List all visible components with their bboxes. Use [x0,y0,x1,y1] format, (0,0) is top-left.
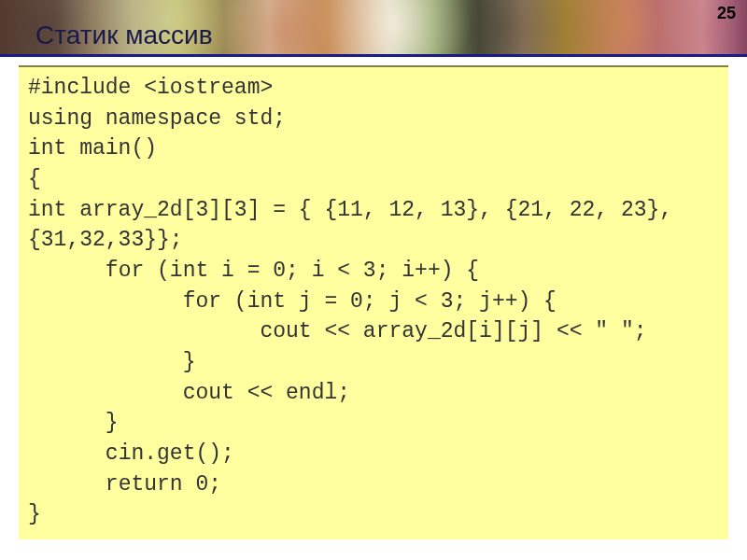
title-underline [0,54,747,57]
slide-title: Статик массив [35,21,213,50]
page-number: 25 [717,4,736,23]
code-block: #include <iostream> using namespace std;… [19,65,728,539]
